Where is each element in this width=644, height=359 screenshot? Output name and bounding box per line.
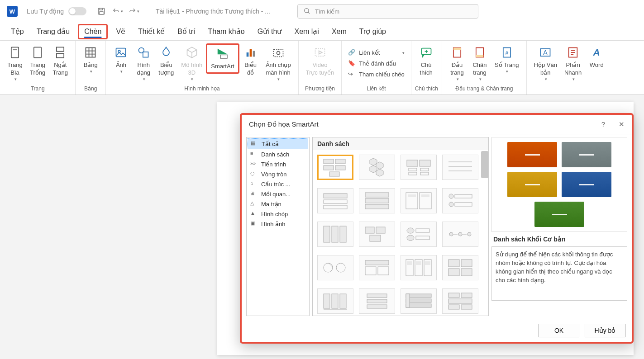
- footer-button[interactable]: Chântrang▾: [468, 43, 491, 84]
- tab-view[interactable]: Xem: [325, 24, 353, 39]
- smartart-icon: [215, 47, 230, 61]
- category-item[interactable]: ▦Tất cả: [248, 138, 308, 149]
- smartart-thumb[interactable]: [359, 155, 395, 180]
- header-button[interactable]: Đầutrang▾: [446, 43, 468, 84]
- tab-references[interactable]: Tham khảo: [202, 24, 251, 39]
- svg-rect-10: [143, 52, 148, 57]
- category-icon: △: [250, 200, 258, 208]
- smartart-thumb[interactable]: [442, 288, 478, 314]
- save-icon[interactable]: [96, 6, 107, 17]
- break-icon: [53, 45, 67, 60]
- category-item[interactable]: »»Tiến trình: [248, 159, 308, 169]
- smartart-thumb[interactable]: [401, 255, 437, 280]
- svg-rect-50: [365, 193, 389, 197]
- quickparts-button[interactable]: PhầnNhanh▾: [561, 43, 585, 84]
- ok-button[interactable]: OK: [539, 324, 579, 337]
- svg-rect-58: [455, 194, 472, 198]
- svg-rect-40: [409, 168, 417, 171]
- 3dmodels-button[interactable]: Mô hình3D▾: [177, 43, 206, 84]
- tab-mailings[interactable]: Gửi thư: [251, 24, 288, 39]
- document-title: Tài liệu1 - Phương thức Tương thích - ..…: [156, 8, 270, 15]
- category-item[interactable]: △Ma trận: [248, 199, 308, 209]
- category-item[interactable]: ◌Vòng tròn: [248, 169, 308, 179]
- cancel-button[interactable]: Hủy bỏ: [585, 324, 625, 337]
- svg-rect-22: [476, 55, 483, 57]
- svg-rect-31: [324, 165, 334, 170]
- smartart-thumb[interactable]: [401, 188, 437, 213]
- smartart-thumb[interactable]: [317, 222, 353, 247]
- comment-icon: [419, 45, 434, 60]
- gallery-scrollbar[interactable]: [481, 151, 488, 178]
- category-item[interactable]: ≡Danh sách: [248, 149, 308, 159]
- tab-home[interactable]: Trang đầu: [30, 24, 76, 39]
- smartart-thumb[interactable]: [317, 188, 353, 213]
- search-input[interactable]: Tìm kiếm: [297, 4, 478, 19]
- group-label: [530, 90, 608, 94]
- smartart-thumb[interactable]: [317, 288, 353, 314]
- link-button[interactable]: 🔗Liên kết▾: [345, 47, 407, 58]
- smartart-thumb[interactable]: [442, 222, 478, 247]
- svg-marker-37: [376, 169, 383, 176]
- category-icon: ◌: [250, 170, 258, 178]
- tab-layout[interactable]: Bố trí: [171, 24, 201, 39]
- smartart-thumb[interactable]: [359, 288, 395, 314]
- smartart-thumb[interactable]: [401, 155, 437, 180]
- pictures-button[interactable]: Ảnh▾: [110, 43, 132, 76]
- crossref-button[interactable]: ↪Tham chiếu chéo: [345, 69, 407, 80]
- chart-icon: [243, 45, 258, 60]
- svg-rect-41: [420, 168, 429, 171]
- svg-rect-43: [420, 172, 429, 175]
- category-label: Cấu trúc ...: [261, 181, 290, 188]
- page-break-button[interactable]: NgắtTrang: [49, 43, 72, 79]
- tab-file[interactable]: Tệp: [5, 24, 30, 39]
- undo-icon[interactable]: ▾: [112, 6, 123, 17]
- category-item[interactable]: ▣Hình ảnh: [248, 219, 308, 229]
- screenshot-button[interactable]: Ảnh chụpmàn hình▾: [262, 43, 295, 84]
- shapes-button[interactable]: Hìnhdạng▾: [132, 43, 155, 84]
- category-item[interactable]: ⊞Mối quan...: [248, 189, 308, 199]
- comment-button[interactable]: Chúthích: [415, 43, 438, 79]
- smartart-thumb[interactable]: [401, 288, 437, 314]
- svg-rect-68: [416, 229, 429, 232]
- redo-icon[interactable]: ▾: [129, 6, 139, 17]
- header-icon: [450, 45, 464, 60]
- svg-rect-86: [425, 261, 430, 265]
- smartart-thumb[interactable]: [317, 255, 353, 280]
- svg-text:A: A: [544, 49, 548, 56]
- table-button[interactable]: Bảng▾: [79, 43, 102, 76]
- category-label: Mối quan...: [261, 191, 291, 198]
- smartart-thumb[interactable]: [317, 155, 353, 180]
- category-item[interactable]: ⌂Cấu trúc ...: [248, 179, 308, 189]
- tab-review[interactable]: Xem lại: [288, 24, 325, 39]
- svg-rect-49: [324, 205, 347, 209]
- help-icon[interactable]: ?: [601, 120, 605, 128]
- blank-page-button[interactable]: TrangTrống: [26, 43, 49, 79]
- bookmark-button[interactable]: 🔖Thẻ đánh dấu: [345, 58, 407, 69]
- icons-button[interactable]: Biểutượng: [155, 43, 177, 79]
- smartart-thumb[interactable]: [359, 255, 395, 280]
- group-illustrations: Ảnh▾ Hìnhdạng▾ Biểutượng Mô hình3D▾ Smar…: [106, 41, 298, 94]
- smartart-thumb[interactable]: [442, 155, 478, 180]
- smartart-thumb[interactable]: [442, 188, 478, 213]
- svg-rect-70: [416, 236, 429, 240]
- category-item[interactable]: ▲Hình chóp: [248, 209, 308, 219]
- tab-draw[interactable]: Vẽ: [110, 24, 132, 39]
- wordart-button[interactable]: AWord: [585, 43, 608, 71]
- cover-page-button[interactable]: TrangBìa▾: [4, 43, 26, 84]
- svg-text:#: #: [506, 50, 509, 56]
- chart-button[interactable]: Biểuđồ: [239, 43, 262, 79]
- preview-block: [562, 142, 611, 167]
- smartart-thumb[interactable]: [401, 222, 437, 247]
- smartart-thumb[interactable]: [359, 188, 395, 213]
- smartart-button[interactable]: SmartArt: [206, 43, 239, 74]
- close-icon[interactable]: ✕: [619, 120, 625, 128]
- tab-insert[interactable]: Chèn: [78, 24, 108, 39]
- online-video-button[interactable]: VideoTrực tuyến: [302, 43, 338, 79]
- autosave-toggle[interactable]: [68, 7, 86, 15]
- smartart-thumb[interactable]: [442, 255, 478, 280]
- textbox-button[interactable]: AHộp Vănbản▾: [530, 43, 561, 84]
- tab-design[interactable]: Thiết kế: [132, 24, 171, 39]
- smartart-thumb[interactable]: [359, 222, 395, 247]
- pagenumber-button[interactable]: #Số Trang▾: [491, 43, 523, 76]
- tab-help[interactable]: Trợ giúp: [353, 24, 392, 39]
